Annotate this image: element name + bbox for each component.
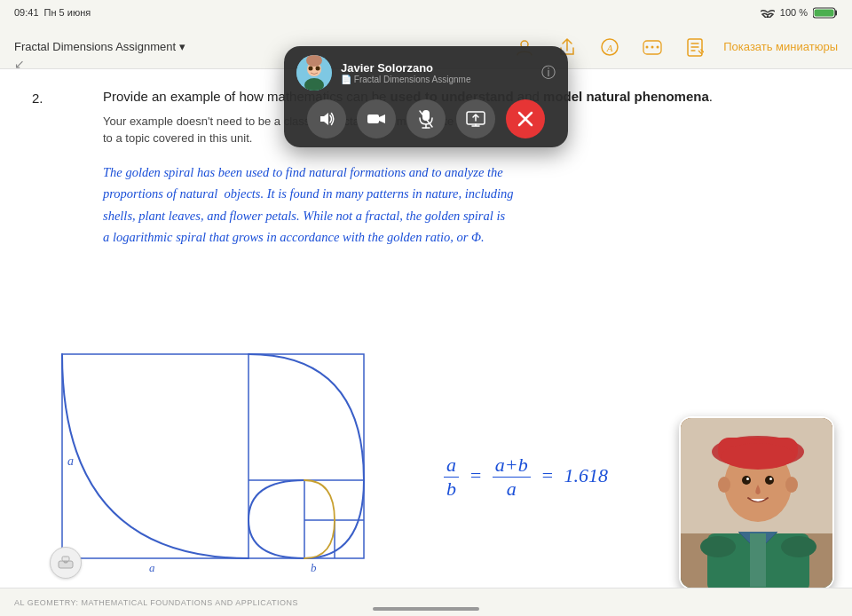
camera-feed <box>681 418 832 588</box>
microphone-icon <box>418 109 434 129</box>
svg-point-49 <box>700 536 736 557</box>
svg-point-7 <box>651 45 654 48</box>
svg-point-14 <box>309 67 313 71</box>
more-icon-button[interactable] <box>638 33 667 61</box>
svg-point-43 <box>742 476 751 485</box>
status-bar: 09:41 Пн 5 июня 100 % <box>0 0 852 25</box>
markup-icon: A <box>600 37 619 57</box>
screen-share-icon <box>466 111 485 127</box>
status-battery: 100 % <box>780 7 808 18</box>
svg-point-42 <box>721 443 795 470</box>
golden-spiral-diagram: a a b <box>53 341 390 580</box>
note-icon <box>686 37 704 57</box>
svg-text:a: a <box>67 454 74 468</box>
svg-point-45 <box>746 478 749 480</box>
status-right: 100 % <box>761 7 838 19</box>
svg-text:A: A <box>606 42 613 52</box>
facetime-info-button[interactable]: ⓘ <box>541 64 556 83</box>
eraser-tool[interactable] <box>50 547 82 579</box>
speaker-button[interactable] <box>307 99 346 138</box>
end-call-button[interactable] <box>506 99 545 138</box>
svg-point-15 <box>316 67 320 71</box>
question-number: 2. <box>32 91 43 106</box>
facetime-header: Javier Solorzano 📄 Fractal Dimensions As… <box>296 55 556 91</box>
bottom-bar-text: AL GEOMETRY: MATHEMATICAL FOUNDATIONS AN… <box>14 598 298 607</box>
svg-point-46 <box>769 478 772 480</box>
svg-text:b: b <box>311 561 317 574</box>
svg-rect-25 <box>62 354 364 558</box>
wifi-icon <box>761 7 775 18</box>
facetime-controls <box>296 99 556 138</box>
status-day: Пн 5 июня <box>44 7 91 18</box>
chevron-down-icon: ▾ <box>179 40 185 53</box>
doc-icon: 📄 <box>341 75 351 84</box>
svg-point-50 <box>781 536 816 557</box>
speaker-icon <box>318 110 335 128</box>
home-indicator <box>373 607 479 611</box>
camera-button[interactable] <box>357 99 396 138</box>
svg-point-6 <box>646 45 649 48</box>
status-time: 09:41 <box>14 7 39 18</box>
caller-name: Javier Solorzano <box>341 61 532 75</box>
svg-point-0 <box>766 16 769 19</box>
status-left: 09:41 Пн 5 июня <box>14 7 91 18</box>
end-call-icon <box>515 108 536 130</box>
svg-point-52 <box>785 477 798 493</box>
screen-share-button[interactable] <box>456 99 495 138</box>
facetime-camera-window[interactable] <box>679 416 834 589</box>
eraser-icon <box>57 554 75 572</box>
facetime-overlay: Javier Solorzano 📄 Fractal Dimensions As… <box>284 46 568 147</box>
note-icon-button[interactable] <box>681 33 709 61</box>
svg-rect-17 <box>367 115 379 123</box>
doc-title-label: Fractal Dimensions Assignment <box>14 40 176 53</box>
svg-text:a: a <box>149 561 155 574</box>
handwritten-answer: The golden spiral has been used to find … <box>103 162 809 249</box>
more-icon <box>643 37 662 57</box>
mute-button[interactable] <box>406 99 446 138</box>
bottom-bar: AL GEOMETRY: MATHEMATICAL FOUNDATIONS AN… <box>0 588 852 616</box>
svg-point-44 <box>765 476 774 485</box>
battery-icon <box>813 7 838 19</box>
person-svg <box>681 418 834 589</box>
spiral-svg: a a b <box>53 341 390 580</box>
svg-rect-36 <box>62 557 69 561</box>
caller-doc: 📄 Fractal Dimensions Assignme <box>341 75 518 84</box>
doc-name: Fractal Dimensions Assignme <box>354 75 471 84</box>
main-content: 2. Provide an example of how mathematics… <box>0 69 852 616</box>
caller-avatar <box>296 55 332 91</box>
show-thumbnails-button[interactable]: Показать миниатюры <box>723 40 838 53</box>
svg-point-8 <box>657 45 659 48</box>
doc-title-button[interactable]: Fractal Dimensions Assignment ▾ <box>14 40 185 53</box>
collapse-icon[interactable]: ↙ <box>14 57 25 71</box>
svg-rect-2 <box>815 9 834 16</box>
camera-icon <box>367 111 386 127</box>
svg-point-51 <box>718 477 730 493</box>
golden-ratio-formula: a b = a+b a = 1.618 <box>444 454 608 501</box>
markup-icon-button[interactable]: A <box>596 33 624 61</box>
caller-info: Javier Solorzano 📄 Fractal Dimensions As… <box>341 61 532 84</box>
page-content: 2. Provide an example of how mathematics… <box>0 69 852 616</box>
avatar-icon <box>296 55 332 91</box>
toolbar-left: ↙ Fractal Dimensions Assignment ▾ <box>14 40 185 53</box>
svg-rect-48 <box>750 533 766 587</box>
